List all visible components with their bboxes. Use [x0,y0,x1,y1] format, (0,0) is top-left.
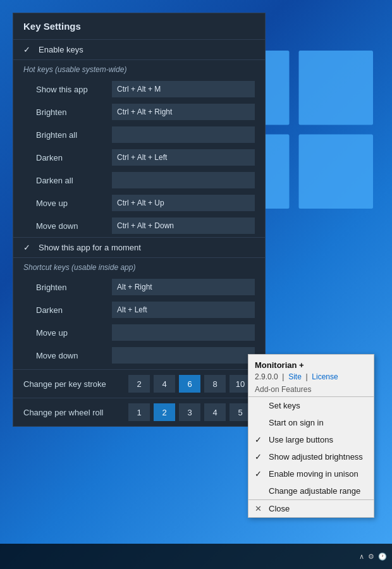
hotkey-name-5: Move up [36,199,112,208]
hotkey-name-1: Brighten [36,107,112,117]
clock-icon: 🕐 [378,553,387,561]
addon-label-show-adjusted-brightness: Show adjusted brightness [269,452,367,462]
wheelroll-btn-4[interactable]: 4 [204,403,226,421]
close-x-icon: ✕ [255,504,265,513]
taskbar-system-tray: ∧ ⚙ 🕐 [359,553,387,561]
hotkey-input-5[interactable] [112,195,255,211]
hotkey-input-6[interactable] [112,217,255,234]
shortcut-row-brighten: Brighten [13,276,265,298]
addon-item-start-on-sign-in[interactable]: Start on sign in [248,414,374,431]
wheelroll-btn-2[interactable]: 2 [154,403,175,421]
hotkey-row-brighten: Brighten [13,101,265,123]
hotkeys-section-label: Hot keys (usable system-wide) [13,60,265,78]
shortcut-input-1[interactable] [112,302,255,318]
addon-check-use-large-buttons: ✓ [255,435,265,444]
hotkey-row-move-down: Move down [13,214,265,237]
shortcut-input-3[interactable] [112,347,255,364]
addon-label-use-large-buttons: Use large buttons [269,435,367,444]
addon-license-link[interactable]: License [312,372,338,381]
shortcut-row-darken: Darken [13,298,265,321]
taskbar: ∧ ⚙ 🕐 [0,544,392,569]
addon-version-row: 2.9.0.0 | Site | License [248,372,374,384]
addon-site-link[interactable]: Site [288,372,302,381]
hotkey-input-3[interactable] [112,149,255,166]
addon-label-set-keys: Set keys [269,401,367,410]
shortcut-name-2: Move up [36,328,112,338]
hotkey-input-0[interactable] [112,81,255,97]
addon-close-row[interactable]: ✕ Close [248,499,374,517]
hotkey-name-4: Darken all [36,176,112,185]
wheelroll-btn-1[interactable]: 1 [128,403,150,421]
hotkey-row-brighten-all: Brighten all [13,123,265,146]
enable-keys-row[interactable]: ✓ Enable keys [13,40,265,60]
shortcut-name-3: Move down [36,351,112,360]
hotkey-row-darken-all: Darken all [13,169,265,192]
addon-label-enable-moving-in-unison: Enable moving in unison [269,469,367,479]
addon-item-set-keys[interactable]: Set keys [248,397,374,414]
shortcut-row-move-up: Move up [13,321,265,344]
svg-rect-3 [299,135,374,209]
addon-version-number: 2.9.0.0 [255,372,278,381]
shortcut-input-0[interactable] [112,279,255,295]
change-per-wheelroll-label: Change per wheel roll [23,408,125,417]
keystroke-btn-6[interactable]: 6 [179,375,200,393]
shortcut-input-2[interactable] [112,324,255,341]
show-app-check: ✓ [23,243,34,252]
addon-item-show-adjusted-brightness[interactable]: ✓ Show adjusted brightness [248,448,374,465]
addon-section-label: Add-on Features [248,384,374,397]
hotkey-input-4[interactable] [112,172,255,188]
shortcut-row-move-down: Move down [13,344,265,367]
addon-check-enable-moving-in-unison: ✓ [255,469,265,479]
addon-item-use-large-buttons[interactable]: ✓ Use large buttons [248,431,374,448]
hotkey-name-3: Darken [36,153,112,162]
shortcut-section-label: Shortcut keys (usable inside app) [13,258,265,276]
enable-keys-check: ✓ [23,45,34,54]
hotkey-row-move-up: Move up [13,192,265,214]
show-app-label: Show this app for a moment [39,243,141,252]
keystroke-btn-2[interactable]: 2 [128,375,150,393]
enable-keys-label: Enable keys [39,45,83,54]
keystroke-btn-4[interactable]: 4 [154,375,175,393]
wheelroll-btn-3[interactable]: 3 [179,403,200,421]
panel-title: Key Settings [13,13,265,40]
hotkey-input-2[interactable] [112,126,255,143]
hotkey-name-6: Move down [36,221,112,231]
settings-icon[interactable]: ⚙ [368,553,374,561]
keystroke-btn-8[interactable]: 8 [204,375,226,393]
show-app-row[interactable]: ✓ Show this app for a moment [13,237,265,258]
hotkey-name-2: Brighten all [36,130,112,140]
addon-menu: Monitorian + 2.9.0.0 | Site | License Ad… [248,354,374,518]
change-per-wheelroll-row: Change per wheel roll 1 2 3 4 5 [13,398,265,426]
shortcut-name-0: Brighten [36,283,112,292]
change-per-keystroke-label: Change per key stroke [23,379,125,389]
addon-item-change-adjustable-range[interactable]: Change adjustable range [248,482,374,499]
hotkey-input-1[interactable] [112,104,255,120]
key-settings-panel: Key Settings ✓ Enable keys Hot keys (usa… [13,13,266,427]
addon-check-show-adjusted-brightness: ✓ [255,452,265,462]
addon-close-label: Close [269,504,290,513]
svg-rect-1 [299,51,374,125]
addon-label-start-on-sign-in: Start on sign in [269,418,367,427]
chevron-up-icon[interactable]: ∧ [359,553,364,561]
shortcut-name-1: Darken [36,305,112,315]
addon-item-enable-moving-in-unison[interactable]: ✓ Enable moving in unison [248,465,374,482]
change-per-keystroke-row: Change per key stroke 2 4 6 8 10 [13,369,265,398]
addon-app-name: Monitorian + [248,355,374,372]
hotkey-name-0: Show this app [36,85,112,94]
addon-label-change-adjustable-range: Change adjustable range [269,486,367,496]
hotkey-row-show-this-app: Show this app [13,78,265,101]
hotkey-row-darken: Darken [13,146,265,169]
